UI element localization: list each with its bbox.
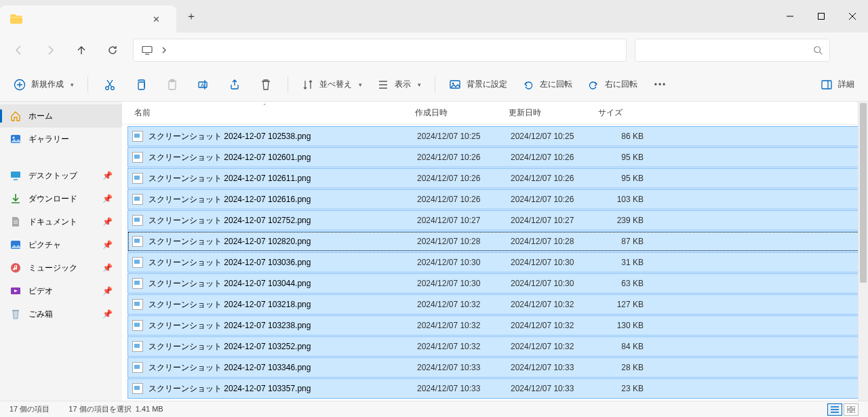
pin-icon: 📌 xyxy=(102,240,113,250)
sort-button[interactable]: 並べ替え ▾ xyxy=(295,73,369,97)
column-name[interactable]: 名前 ˄ xyxy=(134,107,415,119)
close-window-button[interactable] xyxy=(837,0,868,33)
file-row[interactable]: スクリーンショット 2024-12-07 103044.png2024/12/0… xyxy=(127,273,864,294)
file-row[interactable]: スクリーンショット 2024-12-07 103036.png2024/12/0… xyxy=(127,252,864,273)
new-tab-button[interactable]: ＋ xyxy=(176,0,206,33)
rename-icon: A xyxy=(197,79,210,91)
music-icon xyxy=(9,262,22,274)
file-created: 2024/12/07 10:30 xyxy=(417,279,511,288)
file-name: スクリーンショット 2024-12-07 103036.png xyxy=(149,257,417,269)
maximize-button[interactable] xyxy=(806,0,837,33)
file-row[interactable]: スクリーンショット 2024-12-07 102611.png2024/12/0… xyxy=(127,168,864,188)
file-icon xyxy=(132,362,143,373)
rotate-right-button[interactable]: 右に回転 xyxy=(580,73,644,97)
paste-icon xyxy=(166,79,178,91)
more-button[interactable]: ••• xyxy=(646,73,675,97)
pin-icon: 📌 xyxy=(102,309,113,319)
video-icon xyxy=(9,285,22,297)
set-background-label: 背景に設定 xyxy=(467,79,507,90)
sidebar-item-gallery[interactable]: ギャラリー xyxy=(0,127,122,151)
file-row[interactable]: スクリーンショット 2024-12-07 102820.png2024/12/0… xyxy=(127,231,864,252)
sidebar-item-desktop[interactable]: デスクトップ 📌 xyxy=(0,164,122,187)
sidebar: ホーム ギャラリー デスクトップ 📌 ダウンロード 📌 ドキュメント 📌 ピクチ… xyxy=(0,102,122,401)
address-chevron-icon[interactable] xyxy=(157,47,172,54)
rename-button[interactable]: A xyxy=(189,73,218,97)
document-icon xyxy=(9,216,22,228)
file-icon xyxy=(132,383,143,394)
file-row[interactable]: スクリーンショット 2024-12-07 103238.png2024/12/0… xyxy=(127,315,864,336)
file-row[interactable]: スクリーンショット 2024-12-07 102752.png2024/12/0… xyxy=(127,210,864,231)
svg-rect-23 xyxy=(852,410,855,413)
svg-rect-0 xyxy=(818,14,825,20)
file-row[interactable]: スクリーンショット 2024-12-07 103357.png2024/12/0… xyxy=(127,378,864,399)
rotate-left-button[interactable]: 左に回転 xyxy=(515,73,579,97)
navbar xyxy=(0,33,868,68)
file-modified: 2024/12/07 10:30 xyxy=(511,258,597,267)
file-row[interactable]: スクリーンショット 2024-12-07 103218.png2024/12/0… xyxy=(127,294,864,315)
file-size: 130 KB xyxy=(597,321,649,330)
folder-icon xyxy=(9,14,23,24)
tab-close-button[interactable]: ✕ xyxy=(145,14,167,24)
file-created: 2024/12/07 10:26 xyxy=(417,153,511,162)
new-button[interactable]: 新規作成 ▾ xyxy=(7,73,81,97)
pin-icon: 📌 xyxy=(102,217,113,226)
column-modified[interactable]: 更新日時 xyxy=(509,107,595,119)
view-button[interactable]: 表示 ▾ xyxy=(370,73,428,97)
sidebar-label: ピクチャ xyxy=(28,239,61,251)
titlebar: ✕ ＋ xyxy=(0,0,868,33)
minimize-button[interactable] xyxy=(774,0,806,33)
sidebar-item-recycle[interactable]: ごみ箱 📌 xyxy=(0,302,122,325)
view-icons-button[interactable] xyxy=(844,403,859,416)
file-modified: 2024/12/07 10:33 xyxy=(511,384,597,393)
up-button[interactable] xyxy=(66,37,96,64)
address-bar[interactable] xyxy=(133,39,627,62)
file-icon xyxy=(132,215,143,226)
view-label: 表示 xyxy=(395,79,411,90)
sidebar-item-documents[interactable]: ドキュメント 📌 xyxy=(0,210,122,233)
pin-icon: 📌 xyxy=(102,263,113,273)
file-row[interactable]: スクリーンショット 2024-12-07 102601.png2024/12/0… xyxy=(127,147,864,167)
back-button[interactable] xyxy=(4,37,34,64)
file-size: 87 KB xyxy=(597,237,649,246)
delete-button[interactable] xyxy=(251,73,281,97)
sort-icon xyxy=(302,79,314,91)
view-details-button[interactable] xyxy=(827,403,842,416)
share-button[interactable] xyxy=(220,73,250,97)
file-size: 103 KB xyxy=(597,195,649,204)
cut-button[interactable] xyxy=(95,73,125,97)
scrollbar[interactable] xyxy=(858,102,868,401)
file-row[interactable]: スクリーンショット 2024-12-07 103252.png2024/12/0… xyxy=(127,336,864,357)
sidebar-item-downloads[interactable]: ダウンロード 📌 xyxy=(0,187,122,210)
file-name: スクリーンショット 2024-12-07 102538.png xyxy=(149,131,417,142)
details-label: 詳細 xyxy=(838,79,854,90)
set-background-button[interactable]: 背景に設定 xyxy=(442,73,514,97)
more-icon: ••• xyxy=(654,80,667,90)
search-box[interactable] xyxy=(635,39,830,62)
paste-button[interactable] xyxy=(157,73,187,97)
details-pane-button[interactable]: 詳細 xyxy=(814,73,861,97)
rotate-left-label: 左に回転 xyxy=(540,79,572,90)
refresh-button[interactable] xyxy=(98,37,127,64)
svg-point-4 xyxy=(106,86,109,90)
tab-current[interactable]: ✕ xyxy=(0,5,176,33)
file-row[interactable]: スクリーンショット 2024-12-07 102538.png2024/12/0… xyxy=(127,126,864,146)
sidebar-item-pictures[interactable]: ピクチャ 📌 xyxy=(0,233,122,256)
file-name: スクリーンショット 2024-12-07 102601.png xyxy=(149,152,417,163)
column-created[interactable]: 作成日時 xyxy=(415,107,509,119)
svg-rect-13 xyxy=(822,81,831,89)
sidebar-item-music[interactable]: ミュージック 📌 xyxy=(0,256,122,279)
rotate-left-icon xyxy=(522,79,534,91)
file-row[interactable]: スクリーンショット 2024-12-07 103346.png2024/12/0… xyxy=(127,357,864,378)
pin-icon: 📌 xyxy=(102,171,113,180)
scrollbar-thumb[interactable] xyxy=(860,103,867,283)
copy-button[interactable] xyxy=(126,73,156,97)
forward-button[interactable] xyxy=(35,37,65,64)
file-modified: 2024/12/07 10:33 xyxy=(511,363,597,372)
file-list[interactable]: スクリーンショット 2024-12-07 102538.png2024/12/0… xyxy=(122,125,868,401)
column-size[interactable]: サイズ xyxy=(595,107,650,119)
sidebar-item-videos[interactable]: ビデオ 📌 xyxy=(0,279,122,302)
file-icon xyxy=(132,173,143,184)
file-icon xyxy=(132,299,143,310)
file-row[interactable]: スクリーンショット 2024-12-07 102616.png2024/12/0… xyxy=(127,189,864,210)
sidebar-item-home[interactable]: ホーム xyxy=(0,104,122,127)
